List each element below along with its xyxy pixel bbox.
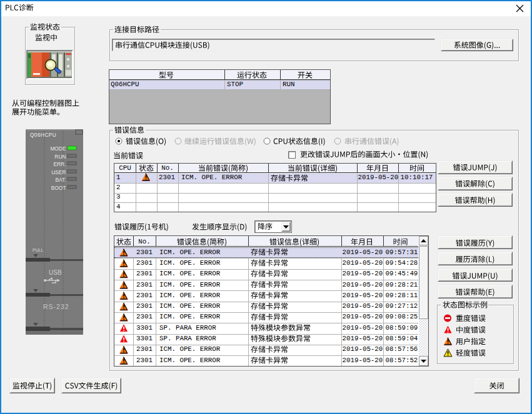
svg-text:Q06HCPU: Q06HCPU [30, 132, 56, 138]
svg-text:RS-232: RS-232 [43, 303, 69, 310]
svg-text:BAT.: BAT. [55, 177, 66, 183]
svg-text:MODE: MODE [50, 145, 66, 152]
svg-text:PULL: PULL [33, 248, 44, 252]
svg-text:ERR.: ERR. [53, 161, 66, 167]
svg-text:BOOT: BOOT [51, 185, 66, 191]
svg-text:RUN: RUN [54, 154, 66, 160]
svg-text:USER: USER [51, 169, 66, 175]
svg-text:USB: USB [49, 269, 62, 276]
